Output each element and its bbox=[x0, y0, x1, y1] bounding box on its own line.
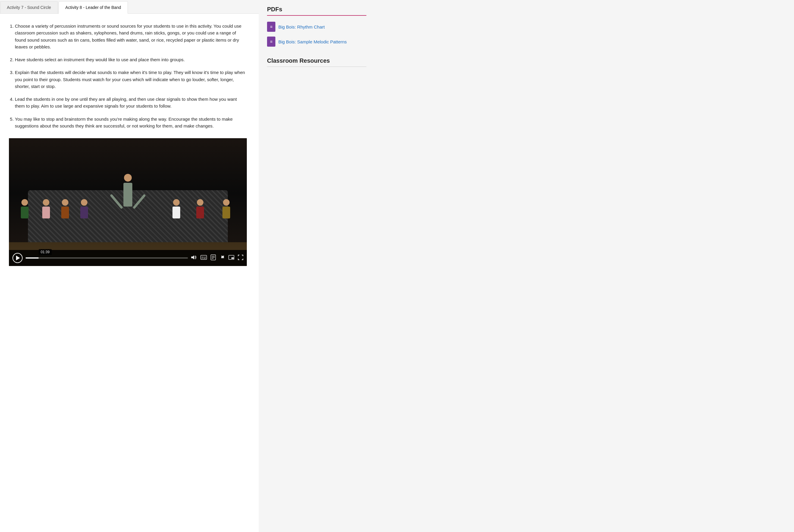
instruction-item-4: Lead the students in one by one until th… bbox=[15, 96, 247, 110]
pdf-link-2[interactable]: Big Bois: Sample Melodic Patterns bbox=[278, 39, 347, 44]
person-leader bbox=[124, 174, 132, 207]
pdfs-divider bbox=[267, 15, 366, 16]
instruction-item-3: Explain that the students will decide wh… bbox=[15, 69, 247, 90]
captions-icon[interactable] bbox=[200, 255, 207, 261]
instruction-item-1: Choose a variety of percussion instrumen… bbox=[15, 23, 247, 50]
progress-bar[interactable]: 01:39 bbox=[25, 258, 188, 259]
pdf-link-1[interactable]: Big Bois: Rhythm Chart bbox=[278, 24, 325, 30]
video-container: 01:39 bbox=[9, 138, 247, 266]
video-scene[interactable] bbox=[9, 138, 247, 266]
tab-activity8[interactable]: Activity 8 - Leader of the Band bbox=[59, 1, 128, 14]
volume-icon[interactable] bbox=[191, 255, 197, 261]
time-display: 01:39 bbox=[39, 249, 52, 255]
pdf-item-1[interactable]: Big Bois: Rhythm Chart bbox=[267, 22, 366, 32]
pdf-item-2[interactable]: Big Bois: Sample Melodic Patterns bbox=[267, 37, 366, 47]
pdfs-title: PDFs bbox=[267, 6, 366, 13]
classroom-resources-title: Classroom Resources bbox=[267, 57, 366, 64]
classroom-resources-divider bbox=[267, 66, 366, 67]
content-area: Choose a variety of percussion instrumen… bbox=[0, 14, 259, 278]
person-4 bbox=[80, 199, 88, 218]
classroom-resources: Classroom Resources bbox=[267, 57, 366, 67]
instruction-item-5: You may like to stop and brainstorm the … bbox=[15, 116, 247, 130]
person-6 bbox=[196, 199, 204, 218]
control-icons bbox=[191, 254, 243, 262]
settings-icon[interactable] bbox=[220, 255, 225, 261]
progress-fill bbox=[25, 258, 39, 259]
person-1 bbox=[21, 199, 29, 218]
sidebar: PDFs Big Bois: Rhythm Chart Big Bois: Sa… bbox=[259, 0, 375, 532]
person-3 bbox=[61, 199, 69, 218]
svg-rect-11 bbox=[232, 258, 234, 259]
tab-activity7[interactable]: Activity 7 - Sound Circle bbox=[0, 1, 58, 13]
person-2 bbox=[42, 199, 50, 218]
video-controls: 01:39 bbox=[9, 250, 247, 266]
pdf-icon-2 bbox=[267, 37, 275, 47]
main-content: Activity 7 - Sound Circle Activity 8 - L… bbox=[0, 0, 259, 532]
svg-marker-0 bbox=[191, 255, 194, 260]
pip-icon[interactable] bbox=[228, 255, 234, 261]
person-5 bbox=[172, 199, 180, 218]
page-layout: Activity 7 - Sound Circle Activity 8 - L… bbox=[0, 0, 794, 532]
instructions-list: Choose a variety of percussion instrumen… bbox=[9, 23, 247, 129]
tab-bar: Activity 7 - Sound Circle Activity 8 - L… bbox=[0, 0, 259, 14]
svg-rect-1 bbox=[201, 255, 207, 260]
pdf-icon-1 bbox=[267, 22, 275, 32]
person-7 bbox=[222, 199, 230, 218]
fullscreen-icon[interactable] bbox=[238, 255, 243, 261]
play-button[interactable] bbox=[13, 253, 23, 263]
instruction-item-2: Have students select an instrument they … bbox=[15, 56, 247, 63]
transcript-icon[interactable] bbox=[210, 254, 216, 262]
